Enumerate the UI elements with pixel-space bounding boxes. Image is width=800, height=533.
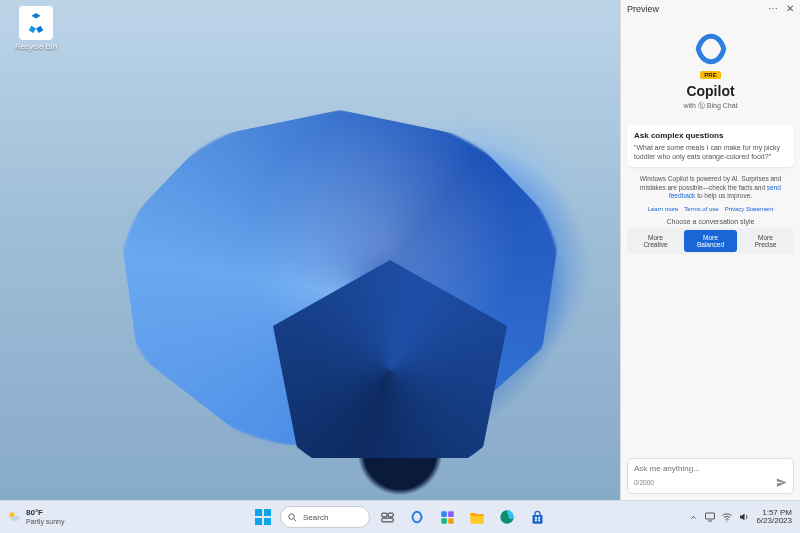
system-tray[interactable] <box>704 511 750 523</box>
svg-rect-11 <box>441 511 447 517</box>
copilot-panel: Preview ⋯ ✕ PRE Copilot with ⓑ Bing Chat… <box>620 0 800 500</box>
card-example: "What are some meals I can make for my p… <box>634 143 787 161</box>
copilot-input-box[interactable]: 0/2000 <box>627 458 794 494</box>
taskbar: 80°F Partly sunny Search <box>0 500 800 533</box>
svg-rect-20 <box>706 513 715 519</box>
task-view-button[interactable] <box>374 504 400 530</box>
taskbar-search[interactable]: Search <box>280 506 370 528</box>
more-icon[interactable]: ⋯ <box>768 4 778 14</box>
svg-point-6 <box>289 513 295 519</box>
svg-rect-9 <box>388 513 393 517</box>
copilot-logo-icon <box>694 32 728 66</box>
card-heading: Ask complex questions <box>634 131 787 140</box>
svg-rect-12 <box>448 511 454 517</box>
store-button[interactable] <box>524 504 550 530</box>
svg-rect-4 <box>255 518 262 525</box>
network-icon[interactable] <box>704 511 716 523</box>
search-placeholder: Search <box>303 513 328 522</box>
svg-rect-16 <box>535 516 537 518</box>
clock-date: 6/23/2023 <box>756 517 792 525</box>
copilot-example-card[interactable]: Ask complex questions "What are some mea… <box>627 125 794 167</box>
taskbar-center: Search <box>250 504 550 530</box>
learn-more-link[interactable]: Learn more <box>648 206 679 212</box>
svg-rect-18 <box>535 519 537 521</box>
svg-rect-19 <box>538 519 540 521</box>
svg-line-7 <box>294 518 296 520</box>
taskbar-clock[interactable]: 1:57 PM 6/23/2023 <box>756 509 792 526</box>
volume-icon[interactable] <box>738 511 750 523</box>
recycle-bin-glyph <box>19 6 53 40</box>
wifi-icon[interactable] <box>721 511 733 523</box>
svg-rect-10 <box>381 518 392 522</box>
style-balanced[interactable]: MoreBalanced <box>684 230 737 252</box>
copilot-disclaimer: Windows Copilot is powered by AI. Surpri… <box>621 173 800 202</box>
copilot-taskbar-button[interactable] <box>404 504 430 530</box>
privacy-link[interactable]: Privacy Statement <box>725 206 774 212</box>
search-icon <box>287 512 298 523</box>
tray-chevron-icon[interactable] <box>689 513 698 522</box>
char-count: 0/2000 <box>634 479 654 486</box>
close-icon[interactable]: ✕ <box>786 4 794 14</box>
conversation-style-group: MoreCreative MoreBalanced MorePrecise <box>627 228 794 254</box>
edge-button[interactable] <box>494 504 520 530</box>
copilot-links: Learn more Terms of use Privacy Statemen… <box>621 203 800 214</box>
copilot-pre-badge: PRE <box>700 71 720 79</box>
svg-rect-5 <box>264 518 271 525</box>
terms-link[interactable]: Terms of use <box>684 206 718 212</box>
copilot-hero: PRE Copilot with ⓑ Bing Chat <box>621 18 800 119</box>
svg-point-1 <box>11 516 20 521</box>
recycle-bin-label: Recycle Bin <box>8 42 64 51</box>
weather-icon <box>6 509 22 525</box>
weather-desc: Partly sunny <box>26 518 65 525</box>
copilot-input[interactable] <box>634 464 787 473</box>
svg-rect-13 <box>441 518 447 524</box>
style-precise[interactable]: MorePrecise <box>739 230 792 252</box>
send-icon[interactable] <box>776 477 787 488</box>
svg-rect-3 <box>264 509 271 516</box>
copilot-header-title: Preview <box>627 4 659 14</box>
style-creative[interactable]: MoreCreative <box>629 230 682 252</box>
svg-rect-14 <box>448 518 454 524</box>
file-explorer-button[interactable] <box>464 504 490 530</box>
conversation-style-label: Choose a conversation style <box>621 214 800 225</box>
svg-rect-17 <box>538 516 540 518</box>
copilot-title: Copilot <box>629 83 792 99</box>
copilot-header: Preview ⋯ ✕ <box>621 0 800 18</box>
svg-rect-8 <box>381 513 386 517</box>
weather-temp: 80°F <box>26 509 65 517</box>
svg-point-22 <box>727 520 728 521</box>
taskbar-weather[interactable]: 80°F Partly sunny <box>0 509 65 525</box>
start-button[interactable] <box>250 504 276 530</box>
recycle-bin-icon[interactable]: Recycle Bin <box>8 6 64 51</box>
copilot-subtitle: with ⓑ Bing Chat <box>629 101 792 111</box>
widgets-button[interactable] <box>434 504 460 530</box>
svg-rect-2 <box>255 509 262 516</box>
